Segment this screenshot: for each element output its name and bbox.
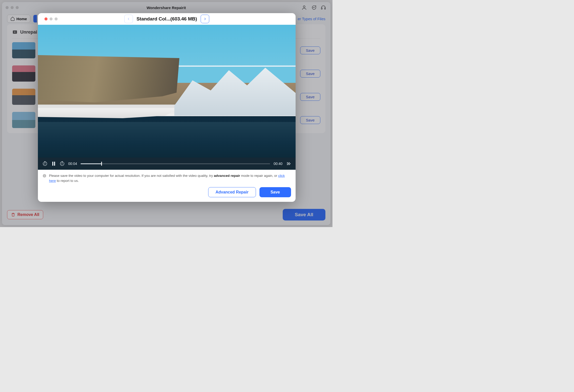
forward-icon: 15 — [60, 161, 65, 166]
prev-button[interactable] — [124, 15, 133, 23]
skip-button[interactable] — [286, 161, 291, 166]
modal-actions: Advanced Repair Save — [38, 186, 296, 202]
video-controls: 15 15 00:04 00:40 — [38, 158, 296, 170]
progress-fill — [81, 163, 101, 164]
progress-bar[interactable] — [81, 163, 270, 164]
info-text: Please save the video to your computer f… — [49, 173, 291, 184]
advanced-repair-button[interactable]: Advanced Repair — [208, 187, 256, 197]
modal-title: Standard Col...(603.46 MB) — [136, 16, 197, 22]
chevron-right-icon — [203, 17, 207, 21]
modal-titlebar: Standard Col...(603.46 MB) — [38, 13, 296, 25]
progress-knob[interactable] — [101, 162, 102, 166]
svg-rect-10 — [44, 176, 44, 177]
svg-rect-11 — [44, 175, 44, 175]
preview-modal: Standard Col...(603.46 MB) 15 15 00:04 0… — [38, 13, 296, 202]
info-icon — [42, 174, 46, 178]
pause-button[interactable] — [51, 161, 56, 166]
modal-close-dot[interactable] — [44, 17, 47, 20]
rewind-icon: 15 — [42, 161, 47, 166]
chevron-left-icon — [127, 17, 130, 21]
svg-text:15: 15 — [44, 163, 45, 165]
total-time: 00:40 — [274, 162, 282, 166]
svg-text:15: 15 — [61, 163, 63, 165]
rewind-15-button[interactable]: 15 — [42, 161, 47, 166]
skip-icon — [286, 161, 291, 166]
current-time: 00:04 — [68, 162, 77, 166]
next-button[interactable] — [201, 15, 209, 23]
forward-15-button[interactable]: 15 — [60, 161, 65, 166]
modal-zoom-dot[interactable] — [55, 17, 58, 20]
save-button[interactable]: Save — [259, 187, 291, 197]
video-preview[interactable]: 15 15 00:04 00:40 — [38, 25, 296, 170]
info-bar: Please save the video to your computer f… — [38, 170, 296, 186]
pause-icon — [52, 162, 55, 166]
modal-minimize-dot[interactable] — [50, 17, 53, 20]
